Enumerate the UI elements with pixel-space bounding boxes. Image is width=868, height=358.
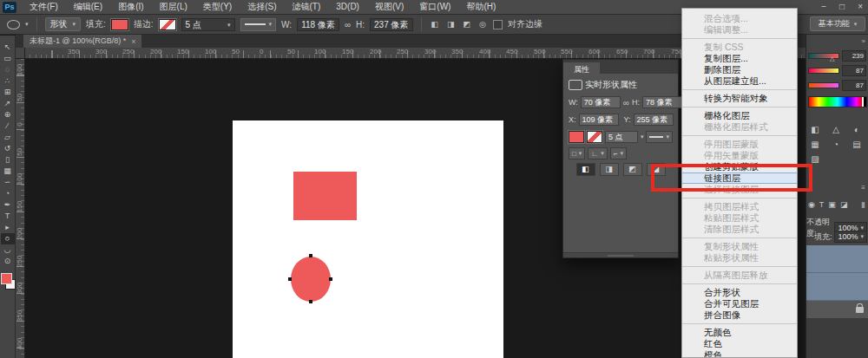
layer-filter-icon[interactable]: T xyxy=(819,200,825,209)
clone-stamp-tool[interactable]: ▱ xyxy=(1,132,15,143)
shape-mode-select[interactable]: 形状 ▾ xyxy=(45,17,82,31)
context-menu-item[interactable]: 栅格化图层 xyxy=(682,110,797,121)
menubar-item[interactable]: 图层(L) xyxy=(152,0,195,14)
corner-radius-stepper[interactable]: ∟▾ xyxy=(588,147,607,159)
lasso-tool[interactable]: ◌ xyxy=(1,64,15,75)
adjustment-icon[interactable]: △ xyxy=(831,125,841,134)
menubar-item[interactable]: 文件(F) xyxy=(22,0,66,14)
collapse-panels-icon[interactable]: » xyxy=(862,37,865,45)
context-menu-item[interactable]: 粘贴图层样式 xyxy=(682,212,797,224)
link-wh-icon[interactable]: ∞ xyxy=(623,98,629,107)
dodge-tool[interactable]: ◔ xyxy=(1,188,15,199)
adjustment-icon[interactable]: ◐ xyxy=(852,125,862,134)
adjustment-icon[interactable]: ◔ xyxy=(831,140,841,149)
history-brush-tool[interactable]: ↺ xyxy=(1,143,15,154)
hand-tool[interactable]: ◡ xyxy=(1,244,15,256)
anchor-point-left[interactable] xyxy=(288,277,292,281)
menubar-item[interactable]: 3D(D) xyxy=(328,0,367,14)
color-slider[interactable]: 87 xyxy=(808,63,867,78)
menubar-item[interactable]: 选择(S) xyxy=(240,0,284,14)
context-menu-item[interactable]: 拼合图像 xyxy=(682,309,797,321)
tab-properties[interactable]: 属性 xyxy=(563,62,600,76)
rectangular-marquee-tool[interactable]: ▭ xyxy=(1,53,15,64)
pen-tool[interactable]: ✒ xyxy=(1,199,15,211)
context-menu-item[interactable]: 粘贴形状属性 xyxy=(682,252,797,264)
context-menu-item[interactable]: 合并可见图层 xyxy=(682,298,797,309)
context-menu-item[interactable]: 转换为智能对象 xyxy=(682,93,797,104)
layer-row-selected[interactable] xyxy=(806,245,868,273)
slider-value-field[interactable]: 239 xyxy=(842,50,866,62)
shape-y-field[interactable]: 255 像素 xyxy=(634,114,674,126)
fill-field[interactable]: 100% ▾ xyxy=(834,231,867,243)
context-menu-item[interactable]: 拷贝图层样式 xyxy=(682,201,797,212)
context-menu-item[interactable]: 停用矢量蒙版 xyxy=(682,150,797,161)
type-tool[interactable]: T xyxy=(1,211,15,222)
restore-button[interactable]: □ xyxy=(839,0,845,13)
panel-resize-bar[interactable] xyxy=(563,252,678,257)
path-alignment-icon[interactable]: ◎ xyxy=(477,20,488,29)
layers-panel-menu-icon[interactable]: ≡ xyxy=(861,184,865,192)
vertical-ruler[interactable]: 10050050100150200250300350400 xyxy=(16,48,25,358)
pathop-button[interactable]: ◨ xyxy=(600,163,619,176)
context-menu-item[interactable]: 复制 CSS xyxy=(682,42,797,53)
menubar-item[interactable]: 类型(Y) xyxy=(195,0,240,14)
brush-tool[interactable]: ∕ xyxy=(1,120,15,132)
context-menu-item[interactable]: 复制形状属性 xyxy=(682,241,797,252)
ellipse-tool[interactable]: ○ xyxy=(1,233,15,244)
context-menu-item[interactable]: 混合选项... xyxy=(682,13,797,24)
context-menu-item[interactable]: 复制图层... xyxy=(682,53,797,64)
layer-filter-icon[interactable]: ◪ xyxy=(840,200,848,209)
close-button[interactable]: × xyxy=(858,0,863,13)
adjustment-icon[interactable]: ▤ xyxy=(852,140,862,149)
current-tool-icon[interactable] xyxy=(7,20,20,29)
path-operation-icon[interactable]: ◩ xyxy=(462,20,473,29)
rectangle-shape[interactable] xyxy=(293,172,357,220)
shape-w-field[interactable]: 70 像素 xyxy=(581,96,621,108)
context-menu-item[interactable]: 合并形状 xyxy=(682,287,797,298)
context-menu-item[interactable]: 从隔离图层释放 xyxy=(682,270,797,281)
filter-toggle-icon[interactable]: ▮ xyxy=(861,200,865,209)
context-menu-item[interactable]: 无颜色 xyxy=(682,327,797,338)
context-menu-item[interactable]: 停用图层蒙版 xyxy=(682,139,797,150)
layer-filter-icon[interactable]: ▣ xyxy=(828,200,836,209)
corner-radius-stepper[interactable]: □▾ xyxy=(569,147,585,159)
context-menu-item[interactable]: 删除图层 xyxy=(682,64,797,75)
layer-row-selected[interactable] xyxy=(806,273,868,301)
tool-preset-caret-icon[interactable]: ▾ xyxy=(25,21,29,28)
anchor-point-top[interactable] xyxy=(309,254,312,257)
menubar-item[interactable]: 窗口(W) xyxy=(411,0,458,14)
crop-tool[interactable]: ⊞ xyxy=(1,87,15,98)
menubar-item[interactable]: 视图(V) xyxy=(367,0,411,14)
pathop-button[interactable]: ◩ xyxy=(623,163,642,176)
adjustment-icon[interactable]: ▨ xyxy=(810,154,820,164)
fill-swatch[interactable] xyxy=(569,131,584,143)
move-tool[interactable]: ↖ xyxy=(1,42,15,53)
stroke-width-field[interactable]: 5 点 xyxy=(605,131,638,143)
tab-close-icon[interactable]: × xyxy=(131,37,135,46)
eraser-tool[interactable]: ▯ xyxy=(1,154,15,166)
layer-filter-icon[interactable]: ◉ xyxy=(808,200,815,209)
path-selection-tool[interactable]: ▸ xyxy=(1,222,15,233)
minimize-button[interactable]: − xyxy=(821,0,826,13)
canvas-document[interactable] xyxy=(233,120,503,358)
context-menu-item[interactable]: 从图层建立组... xyxy=(682,75,797,87)
menubar-item[interactable]: 帮助(H) xyxy=(458,0,503,14)
chevron-down-icon[interactable]: ▾ xyxy=(641,133,644,140)
eyedropper-tool[interactable]: ↗ xyxy=(1,98,15,109)
stroke-style-button[interactable]: ▾ xyxy=(240,18,277,31)
color-spectrum-ramp[interactable] xyxy=(808,96,867,107)
color-slider[interactable]: 239 xyxy=(808,49,867,63)
anchor-point-bottom[interactable] xyxy=(309,300,312,303)
gradient-tool[interactable]: ▦ xyxy=(1,166,15,177)
menubar-item[interactable]: 图像(I) xyxy=(110,0,151,14)
anchor-point-right[interactable] xyxy=(329,277,332,281)
quick-selection-tool[interactable]: ∴ xyxy=(1,75,15,87)
healing-brush-tool[interactable]: ⊕ xyxy=(1,109,15,120)
link-dimensions-icon[interactable]: ∞ xyxy=(345,20,351,29)
menubar-item[interactable]: 编辑(E) xyxy=(66,0,110,14)
ruler-origin-corner[interactable] xyxy=(16,48,25,59)
adjustment-icon[interactable]: ◧ xyxy=(810,125,820,134)
adjustment-icon[interactable]: ▦ xyxy=(810,140,820,149)
context-menu-item[interactable]: 橙色 xyxy=(682,349,797,358)
context-menu-item[interactable]: 编辑调整... xyxy=(682,24,797,36)
